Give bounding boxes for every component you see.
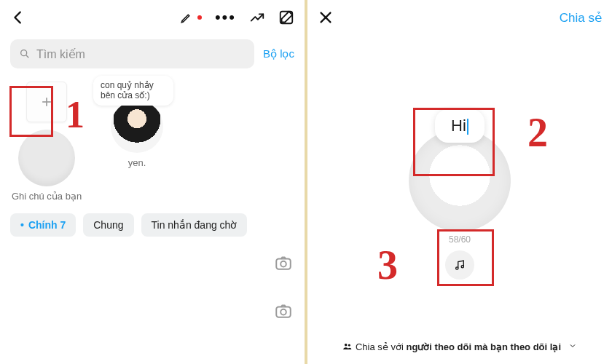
activity-indicator[interactable] bbox=[180, 11, 202, 24]
search-placeholder: Tìm kiếm bbox=[36, 47, 85, 61]
annotation-box-1 bbox=[9, 86, 53, 137]
share-audience-value: người theo dõi mà bạn theo dõi lại bbox=[406, 341, 561, 352]
editor-topbar: Chia sẻ bbox=[307, 0, 612, 35]
svg-rect-7 bbox=[276, 307, 291, 317]
back-icon[interactable] bbox=[10, 9, 26, 25]
tab-primary[interactable]: Chính 7 bbox=[10, 213, 76, 237]
note-editor-screen: Chia sẻ Hi 58/60 Chia sẻ với người theo … bbox=[307, 0, 612, 364]
trending-icon[interactable] bbox=[249, 9, 265, 25]
svg-line-2 bbox=[26, 55, 28, 58]
friend-name: yen. bbox=[128, 157, 146, 168]
topbar: ••• bbox=[0, 0, 305, 35]
camera-icon[interactable] bbox=[274, 253, 293, 272]
filter-link[interactable]: Bộ lọc bbox=[263, 47, 294, 60]
my-note-caption: Ghi chú của bạn bbox=[12, 191, 82, 202]
camera-icon[interactable] bbox=[274, 301, 293, 320]
more-icon[interactable]: ••• bbox=[215, 9, 236, 25]
close-icon[interactable] bbox=[318, 9, 334, 25]
my-avatar bbox=[18, 130, 75, 186]
camera-shortcuts bbox=[274, 253, 293, 320]
inbox-tabs: Chính 7 Chung Tin nhắn đang chờ bbox=[0, 206, 305, 244]
svg-point-14 bbox=[348, 344, 350, 347]
compose-icon[interactable] bbox=[278, 9, 294, 25]
tab-general[interactable]: Chung bbox=[83, 213, 133, 237]
friend-avatar bbox=[111, 100, 163, 153]
red-dot-icon bbox=[197, 15, 202, 20]
svg-point-13 bbox=[345, 344, 348, 347]
annotation-box-3 bbox=[437, 229, 494, 286]
tab-requests[interactable]: Tin nhắn đang chờ bbox=[141, 213, 248, 237]
share-prefix: Chia sẻ với bbox=[356, 341, 406, 352]
chevron-down-icon bbox=[568, 341, 577, 350]
friend-note-bubble: con quỷ nhảy bên cửa số:) bbox=[93, 76, 173, 106]
svg-point-6 bbox=[280, 261, 286, 267]
annotation-number-3: 3 bbox=[377, 242, 398, 288]
svg-point-1 bbox=[21, 50, 27, 56]
share-audience[interactable]: Chia sẻ với người theo dõi mà bạn theo d… bbox=[307, 341, 612, 352]
annotation-box-2 bbox=[413, 108, 495, 176]
annotation-number-2: 2 bbox=[527, 109, 548, 156]
search-input[interactable]: Tìm kiếm bbox=[10, 39, 254, 68]
search-icon bbox=[19, 48, 31, 60]
messages-screen: ••• Tìm kiếm Bộ lọc Ghi chú của bạn yen. bbox=[0, 0, 305, 364]
svg-rect-5 bbox=[276, 259, 291, 269]
people-icon bbox=[342, 341, 353, 352]
share-button[interactable]: Chia sẻ bbox=[560, 10, 602, 25]
annotation-number-1: 1 bbox=[66, 93, 85, 136]
svg-point-8 bbox=[280, 309, 286, 315]
